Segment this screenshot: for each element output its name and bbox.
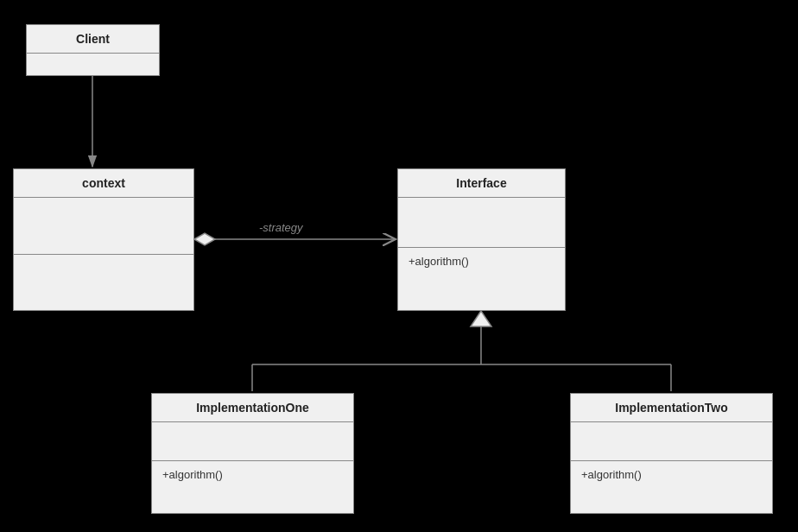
client-box: Client	[26, 24, 160, 76]
interface-algorithm: +algorithm()	[398, 248, 565, 311]
implementation-two-algorithm: +algorithm()	[571, 461, 772, 513]
interface-label: Interface	[398, 169, 565, 198]
context-box: context	[13, 168, 194, 311]
implementation-one-label: ImplementationOne	[152, 394, 353, 422]
context-label: context	[14, 169, 193, 198]
svg-text:-strategy: -strategy	[259, 221, 304, 234]
context-section-2	[14, 255, 193, 311]
svg-marker-11	[471, 311, 491, 326]
implementation-two-section-1	[571, 422, 772, 461]
implementation-two-box: ImplementationTwo +algorithm()	[570, 393, 773, 514]
implementation-one-section-1	[152, 422, 353, 461]
context-section-1	[14, 198, 193, 255]
interface-section-1	[398, 198, 565, 248]
uml-diagram: -strategy Client context Interface +algo…	[0, 0, 798, 532]
svg-marker-5	[194, 233, 215, 245]
interface-box: Interface +algorithm()	[397, 168, 566, 311]
implementation-one-box: ImplementationOne +algorithm()	[151, 393, 354, 514]
implementation-two-label: ImplementationTwo	[571, 394, 772, 422]
implementation-one-algorithm: +algorithm()	[152, 461, 353, 513]
client-label: Client	[27, 25, 159, 54]
